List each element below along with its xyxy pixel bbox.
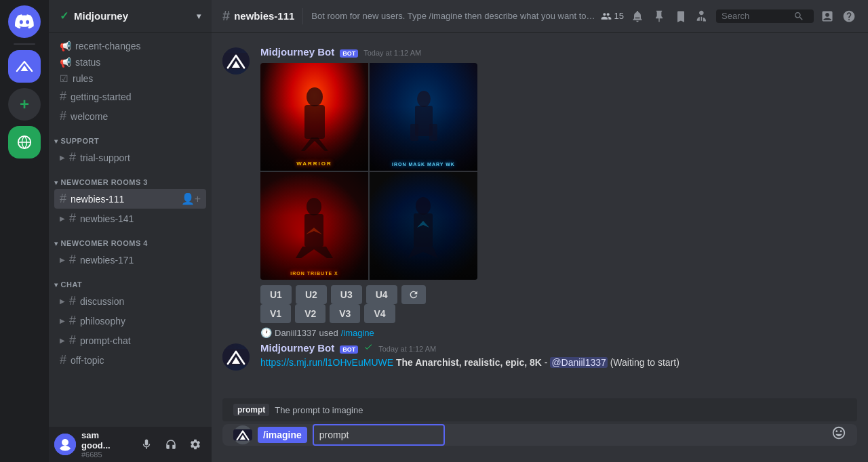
channel-item-welcome[interactable]: # welcome bbox=[54, 106, 206, 126]
topbar-channel-name: # newbies-111 bbox=[222, 8, 294, 24]
channel-item-recent-changes[interactable]: 📢 recent-changes bbox=[54, 38, 206, 54]
category-support[interactable]: ▾ SUPPORT bbox=[49, 126, 212, 148]
bot-badge: BOT bbox=[340, 49, 358, 58]
topbar-actions: 15 bbox=[601, 8, 857, 24]
category-newcomer-rooms-3[interactable]: ▾ NEWCOMER ROOMS 3 bbox=[49, 167, 212, 189]
svg-point-4 bbox=[307, 87, 323, 106]
used-command[interactable]: /imagine bbox=[341, 328, 374, 338]
v1-button[interactable]: V1 bbox=[260, 304, 291, 323]
add-server-button[interactable]: + bbox=[8, 88, 41, 121]
mute-button[interactable] bbox=[136, 434, 157, 455]
search-input[interactable] bbox=[722, 11, 789, 21]
channel-item-newbies-141[interactable]: ▶ # newbies-141 bbox=[54, 209, 206, 228]
help-button[interactable] bbox=[841, 8, 857, 24]
main-area: # newbies-111 Bot room for new users. Ty… bbox=[212, 0, 868, 462]
bot-response-text: https://s.mj.run/l1OHvEuMUWE The Anarchi… bbox=[260, 356, 857, 370]
bookmark-button[interactable] bbox=[673, 8, 689, 24]
svg-rect-8 bbox=[410, 124, 418, 141]
image-overlay-1: WARRIOR bbox=[260, 63, 368, 171]
user-controls bbox=[136, 434, 206, 455]
member-list-button[interactable] bbox=[694, 8, 711, 24]
channel-item-status[interactable]: 📢 status bbox=[54, 54, 206, 70]
helper-row: prompt The prompt to imagine bbox=[233, 404, 846, 416]
bot-response-group: Midjourney Bot BOT Today at 1:12 AM http… bbox=[212, 339, 868, 373]
server-separator bbox=[14, 43, 35, 45]
bot-avatar-2 bbox=[222, 343, 250, 371]
message-timestamp: Today at 1:12 AM bbox=[363, 49, 421, 57]
category-chat[interactable]: ▾ CHAT bbox=[49, 270, 212, 291]
user-info: sam good... #6685 bbox=[81, 430, 130, 459]
waiting-status: (Waiting to start) bbox=[610, 357, 679, 368]
v4-button[interactable]: V4 bbox=[364, 304, 395, 323]
image-cell-3: IRON TRIBUTE X bbox=[260, 172, 368, 280]
collapse-arrow-support: ▾ bbox=[54, 138, 58, 145]
input-avatar bbox=[233, 425, 252, 444]
u3-button[interactable]: U3 bbox=[331, 285, 362, 304]
collapse-icon-171: ▶ bbox=[60, 256, 65, 264]
svg-point-10 bbox=[307, 198, 321, 215]
channel-item-getting-started[interactable]: # getting-started bbox=[54, 87, 206, 106]
chat-input-wrap: /imagine bbox=[222, 424, 857, 446]
channel-item-philosophy[interactable]: ▶ # philosophy bbox=[54, 311, 206, 331]
svg-rect-13 bbox=[414, 213, 433, 247]
deafen-button[interactable] bbox=[160, 434, 182, 455]
messages-area: Midjourney Bot BOT Today at 1:12 AM WARR… bbox=[212, 33, 868, 398]
u4-button[interactable]: U4 bbox=[366, 285, 397, 304]
search-bar[interactable] bbox=[716, 9, 814, 23]
svg-point-6 bbox=[417, 91, 431, 107]
channel-item-rules[interactable]: ☑ rules bbox=[54, 70, 206, 87]
channel-item-prompt-chat[interactable]: ▶ # prompt-chat bbox=[54, 331, 206, 350]
refresh-button[interactable] bbox=[401, 285, 426, 304]
channel-item-off-topic[interactable]: # off-topic bbox=[54, 350, 206, 370]
server-name: Midjourney bbox=[74, 10, 128, 22]
discord-home-button[interactable] bbox=[8, 5, 41, 38]
bot-message-content: Midjourney Bot BOT Today at 1:12 AM WARR… bbox=[260, 46, 857, 323]
u1-button[interactable]: U1 bbox=[260, 285, 292, 304]
image-overlay-2: IRON MASK MARY WK bbox=[370, 63, 477, 171]
explore-servers-button[interactable] bbox=[8, 126, 41, 159]
image-cell-2: IRON MASK MARY WK bbox=[370, 63, 477, 171]
emoji-button[interactable] bbox=[831, 425, 846, 444]
svg-rect-9 bbox=[429, 124, 437, 141]
chat-input-area: /imagine bbox=[212, 424, 868, 462]
channel-item-newbies-111[interactable]: # newbies-111 👤+ bbox=[54, 189, 206, 209]
pin-button[interactable] bbox=[651, 8, 667, 24]
response-header: Midjourney Bot BOT Today at 1:12 AM bbox=[260, 342, 857, 354]
response-timestamp: Today at 1:12 AM bbox=[378, 345, 436, 353]
bot-avatar bbox=[222, 47, 250, 75]
bot-response-content: Midjourney Bot BOT Today at 1:12 AM http… bbox=[260, 342, 857, 371]
settings-button[interactable] bbox=[184, 434, 206, 455]
used-user: Daniil1337 bbox=[275, 328, 316, 338]
member-count[interactable]: 15 bbox=[601, 11, 624, 22]
channel-item-newbies-171[interactable]: ▶ # newbies-171 bbox=[54, 250, 206, 270]
channel-item-trial-support[interactable]: ▶ # trial-support bbox=[54, 148, 206, 167]
verified-icon bbox=[363, 342, 373, 352]
search-icon bbox=[793, 11, 804, 22]
server-verified-icon: ✓ bbox=[60, 9, 68, 22]
inbox-button[interactable] bbox=[819, 8, 835, 24]
collapse-icon-141: ▶ bbox=[60, 215, 65, 222]
message-header: Midjourney Bot BOT Today at 1:12 AM bbox=[260, 46, 857, 58]
server-icon-midjourney[interactable] bbox=[8, 50, 41, 83]
category-newcomer-rooms-4[interactable]: ▾ NEWCOMER ROOMS 4 bbox=[49, 228, 212, 250]
u2-button[interactable]: U2 bbox=[296, 285, 327, 304]
topbar-divider bbox=[302, 8, 303, 24]
prompt-input[interactable] bbox=[313, 424, 445, 446]
mj-link[interactable]: https://s.mj.run/l1OHvEuMUWE bbox=[260, 357, 393, 368]
bot-author-name-2: Midjourney Bot bbox=[260, 342, 334, 354]
generated-image-grid[interactable]: WARRIOR bbox=[260, 63, 477, 280]
v2-button[interactable]: V2 bbox=[295, 304, 326, 323]
member-count-label: 15 bbox=[614, 11, 624, 21]
image-cell-4 bbox=[370, 172, 477, 280]
server-list: + bbox=[0, 0, 49, 462]
collapse-icon: ▶ bbox=[60, 154, 65, 161]
channel-item-discussion[interactable]: ▶ # discussion bbox=[54, 291, 206, 311]
collapse-icon-pc: ▶ bbox=[60, 337, 65, 344]
user-avatar bbox=[54, 434, 76, 455]
used-action: used bbox=[319, 328, 338, 338]
v3-button[interactable]: V3 bbox=[330, 304, 360, 323]
v-buttons: V1 V2 V3 V4 bbox=[260, 304, 857, 323]
server-header[interactable]: ✓ Midjourney ▾ bbox=[49, 0, 212, 33]
mention-user[interactable]: @Daniil1337 bbox=[550, 357, 607, 368]
notifications-button[interactable] bbox=[629, 8, 646, 24]
